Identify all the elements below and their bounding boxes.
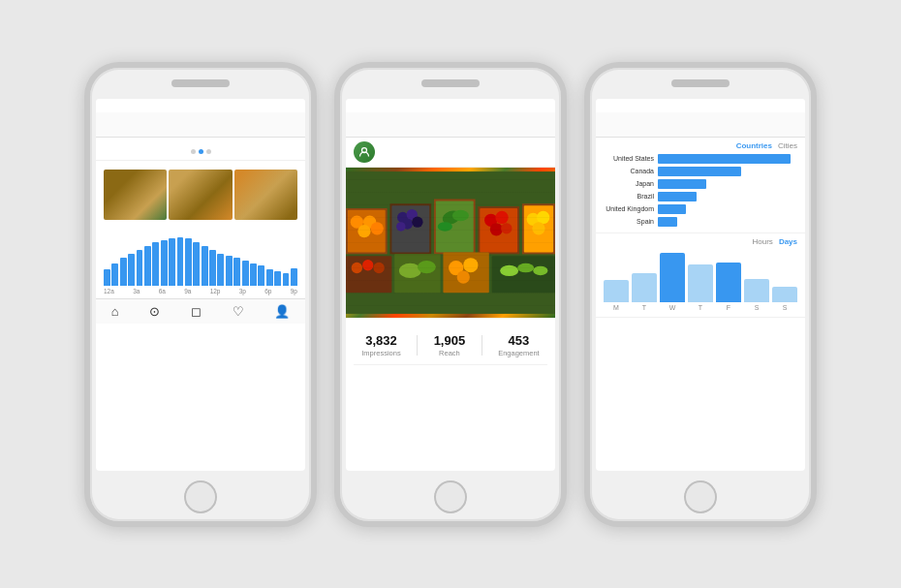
svg-rect-21	[480, 207, 517, 251]
engagement-stat: 453 Engagement	[498, 333, 540, 357]
country-bar	[658, 192, 697, 201]
bar	[177, 237, 184, 286]
phone-1-screen: 12a3a6a9a12p3p6p9p ⌂ ⊙ ◻ ♡ 👤	[96, 99, 305, 471]
svg-point-4	[351, 215, 363, 228]
post-header	[346, 138, 555, 168]
day-label: T	[699, 304, 702, 311]
fo-header: Hours Days	[604, 237, 797, 246]
svg-point-24	[490, 223, 503, 235]
country-bar	[658, 179, 706, 189]
nav-bar-1	[96, 112, 305, 138]
phone-2: 3,832 Impressions 1,905 Reach 453 Engage…	[334, 62, 567, 527]
what-mean-3[interactable]	[596, 317, 805, 327]
bar	[233, 258, 240, 285]
post-thumb-1[interactable]	[104, 170, 167, 220]
country-bar-wrap	[658, 204, 797, 214]
country-bar-wrap	[658, 154, 797, 164]
bar	[185, 238, 192, 285]
day-bar-wrap: T	[632, 250, 657, 311]
what-mean-2[interactable]	[354, 364, 547, 375]
svg-point-7	[371, 222, 384, 234]
impressions-num: 3,832	[361, 333, 400, 348]
nav-bar-3	[596, 112, 805, 138]
stats-row: 3,832 Impressions 1,905 Reach 453 Engage…	[354, 329, 547, 361]
bar	[226, 256, 233, 286]
svg-point-23	[495, 210, 508, 223]
home-button-3[interactable]	[684, 480, 717, 513]
status-bar-3	[596, 99, 805, 112]
day-bar	[604, 280, 629, 301]
dot-3	[206, 149, 211, 154]
followers-bar-chart	[96, 237, 305, 286]
svg-rect-3	[348, 209, 386, 252]
country-name: United Kingdom	[604, 205, 654, 212]
home-button-1[interactable]	[184, 480, 217, 513]
top-posts-header	[96, 161, 305, 170]
day-bar	[688, 264, 713, 301]
day-label: M	[613, 304, 619, 311]
fo-tabs: Hours Days	[753, 237, 797, 246]
svg-rect-16	[436, 201, 474, 252]
home-button-2[interactable]	[434, 480, 467, 513]
bar	[193, 242, 200, 285]
bar	[242, 261, 249, 286]
svg-rect-15	[434, 199, 476, 254]
svg-rect-1	[346, 171, 555, 314]
country-name: United States	[604, 155, 654, 162]
bar	[137, 250, 143, 285]
home-icon[interactable]: ⌂	[111, 304, 119, 319]
location-tabs: Countries Cities	[736, 141, 797, 150]
country-row: United States	[604, 154, 797, 164]
profile-icon[interactable]: 👤	[274, 304, 290, 319]
day-label: W	[669, 304, 676, 311]
bar	[152, 242, 159, 285]
svg-point-40	[463, 258, 478, 272]
status-bar-2	[346, 99, 555, 112]
bar	[250, 263, 257, 286]
axis-label: 12a	[104, 288, 114, 294]
day-label: F	[727, 304, 730, 311]
tab-days[interactable]: Days	[779, 237, 797, 246]
stat-divider-2	[482, 335, 482, 356]
svg-rect-27	[524, 205, 553, 252]
svg-point-43	[500, 264, 518, 275]
svg-point-6	[357, 225, 370, 237]
svg-point-44	[517, 263, 534, 271]
country-row: United Kingdom	[604, 204, 797, 214]
phone-3-screen: Countries Cities United StatesCanadaJapa…	[596, 99, 805, 471]
locations-header: Countries Cities	[604, 141, 797, 150]
engagement-label: Engagement	[498, 349, 540, 357]
svg-point-22	[484, 213, 497, 226]
reach-label: Reach	[434, 349, 466, 357]
svg-point-18	[452, 209, 469, 220]
search-icon[interactable]: ⊙	[149, 304, 160, 319]
svg-point-11	[407, 208, 418, 219]
status-bar-1	[96, 99, 305, 112]
tab-hours[interactable]: Hours	[753, 237, 773, 246]
followers-section: 12a3a6a9a12p3p6p9p	[96, 226, 305, 298]
heart-icon[interactable]: ♡	[233, 304, 244, 319]
country-row: Brazil	[604, 192, 797, 201]
axis-label: 9p	[291, 288, 297, 294]
followers-online-section: Hours Days MTWTFSS	[596, 232, 805, 317]
avatar[interactable]	[354, 141, 375, 163]
bottom-nav-1: ⌂ ⊙ ◻ ♡ 👤	[96, 298, 305, 324]
country-name: Canada	[604, 168, 654, 174]
reach-stat: 1,905 Reach	[434, 333, 466, 357]
tab-cities[interactable]: Cities	[778, 141, 797, 150]
post-thumb-3[interactable]	[234, 170, 297, 220]
svg-point-34	[373, 262, 384, 272]
bar	[209, 250, 216, 285]
country-bar	[658, 154, 791, 164]
day-bar	[660, 253, 685, 301]
dot-2	[199, 149, 203, 154]
bar	[169, 238, 175, 285]
svg-point-30	[532, 222, 544, 234]
day-bar	[772, 287, 797, 302]
camera-icon[interactable]: ◻	[191, 304, 202, 319]
country-name: Brazil	[604, 193, 654, 200]
impressions-stat: 3,832 Impressions	[361, 333, 400, 357]
tab-countries[interactable]: Countries	[736, 141, 772, 150]
svg-point-14	[396, 222, 405, 231]
post-thumb-2[interactable]	[169, 170, 232, 220]
